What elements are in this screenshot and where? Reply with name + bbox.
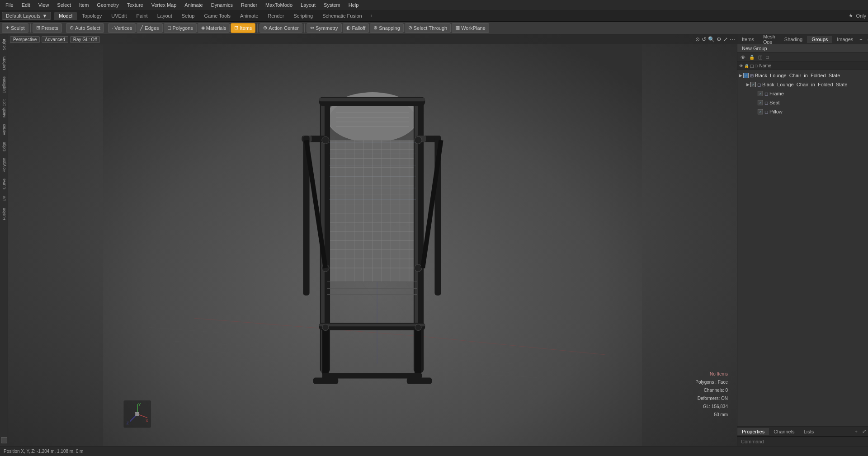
sculpt-button[interactable]: ✦ Sculpt (2, 23, 28, 33)
action-center-button[interactable]: ⊕ Action Center (259, 23, 302, 33)
tab-groups[interactable]: Groups (807, 36, 832, 43)
tree-ctrl-lock-icon[interactable]: 🔒 (748, 54, 756, 60)
snapping-button[interactable]: ⊛ Snapping (370, 23, 404, 33)
viewport-dots-icon[interactable]: ⋯ (730, 36, 735, 42)
viewport-search-icon[interactable]: 🔍 (708, 36, 715, 42)
command-input[interactable] (741, 439, 864, 444)
tree-ctrl-eye-icon[interactable]: 👁 (739, 54, 747, 61)
polygons-button[interactable]: ◻ Polygons (164, 23, 197, 33)
tab-model[interactable]: Model (54, 12, 77, 20)
menubar: File Edit View Select Item Geometry Text… (0, 0, 868, 10)
tree-check-seat[interactable]: ✓ (758, 100, 763, 105)
polygons-icon: ◻ (167, 25, 171, 31)
sidebar-tab-polygon[interactable]: Polygon (1, 155, 7, 175)
tab-items[interactable]: Items (737, 36, 759, 43)
tree-ctrl-layer-icon[interactable]: ◫ (757, 54, 764, 60)
menu-animate[interactable]: Animate (181, 1, 206, 9)
viewport-camera-icon[interactable]: ⊙ (695, 36, 700, 42)
materials-button[interactable]: ◈ Materials (198, 23, 230, 33)
tab-add[interactable]: + (367, 12, 375, 20)
svg-rect-90 (136, 412, 139, 416)
menu-help[interactable]: Help (345, 1, 363, 9)
menu-edit[interactable]: Edit (18, 1, 34, 9)
new-group-button[interactable]: New Group (737, 44, 868, 53)
tab-animate[interactable]: Animate (236, 12, 263, 20)
select-through-button[interactable]: ⊘ Select Through (405, 23, 451, 33)
tree-item-subgroup[interactable]: ▶ ✓ ◻ Black_Lounge_Chair_in_Folded_State (737, 80, 868, 89)
tab-render[interactable]: Render (263, 12, 288, 20)
tab-paint[interactable]: Paint (132, 12, 152, 20)
layout-dropdown[interactable]: Default Layouts ▼ (2, 12, 51, 20)
tree-check-frame[interactable]: ✓ (758, 91, 763, 96)
ray-gl-button[interactable]: Ray GL: Off (70, 36, 100, 43)
right-tab-add-icon[interactable]: + (858, 36, 864, 43)
sidebar-tab-edge[interactable]: Edge (1, 139, 7, 154)
svg-text:Z: Z (126, 421, 129, 425)
tab-scripting[interactable]: Scripting (289, 12, 317, 20)
falloff-button[interactable]: ◐ Falloff (343, 23, 369, 33)
tab-images[interactable]: Images (832, 36, 858, 43)
tree-item-frame[interactable]: ▶ ✓ ◻ Frame (737, 89, 868, 98)
auto-select-button[interactable]: ⊙ Auto Select (66, 23, 104, 33)
sidebar-tab-deform[interactable]: Deform (1, 54, 7, 73)
tab-uvedit[interactable]: UVEdit (107, 12, 131, 20)
sidebar-tab-vertex[interactable]: Vertex (1, 121, 7, 138)
viewport[interactable]: Perspective Advanced Ray GL: Off ⊙ ↺ 🔍 ⚙… (8, 34, 737, 446)
tree-ctrl-square-icon[interactable]: □ (764, 54, 770, 60)
menu-system[interactable]: System (320, 1, 344, 9)
menu-texture[interactable]: Texture (123, 1, 147, 9)
tree-check-root[interactable]: ✓ (743, 73, 749, 78)
menu-vertex-map[interactable]: Vertex Map (148, 1, 180, 9)
items-button[interactable]: ⊡ Items (231, 23, 255, 33)
tab-shading[interactable]: Shading (780, 36, 807, 43)
menu-render[interactable]: Render (237, 1, 261, 9)
bottom-tab-expand-icon[interactable]: ⤢ (860, 428, 868, 435)
tree-item-pillow[interactable]: ▶ ✓ ◻ Pillow (737, 107, 868, 116)
presets-button[interactable]: ⊞ Presets (33, 23, 62, 33)
sidebar-tab-sculpt[interactable]: Sculpt (1, 36, 7, 53)
menu-maxtomodo[interactable]: MaxToModo (262, 1, 296, 9)
vertices-button[interactable]: · Vertices (108, 23, 136, 33)
symmetry-button[interactable]: ⇔ Symmetry (307, 23, 342, 33)
tab-setup[interactable]: Setup (177, 12, 199, 20)
menu-geometry[interactable]: Geometry (93, 1, 122, 9)
bottom-tab-add-icon[interactable]: + (853, 428, 859, 435)
tree-eye-col-icon: 👁 (739, 64, 743, 68)
star-icon[interactable]: ★ (849, 13, 853, 19)
viewport-refresh-icon[interactable]: ↺ (702, 36, 706, 42)
sidebar-small-btn[interactable] (1, 437, 7, 443)
tree-check-subgroup[interactable]: ✓ (750, 82, 756, 87)
menu-file[interactable]: File (2, 1, 17, 9)
viewport-expand-icon[interactable]: ⤢ (723, 36, 728, 42)
tab-lists[interactable]: Lists (799, 428, 819, 435)
tab-schematic-fusion[interactable]: Schematic Fusion (318, 12, 366, 20)
tab-game-tools[interactable]: Game Tools (199, 12, 235, 20)
perspective-button[interactable]: Perspective (10, 36, 40, 43)
right-tab-expand-icon[interactable]: ⤢ (865, 35, 868, 43)
tree-item-seat[interactable]: ▶ ✓ ◻ Seat (737, 98, 868, 107)
menu-view[interactable]: View (35, 1, 53, 9)
menu-select[interactable]: Select (53, 1, 75, 9)
menu-layout[interactable]: Layout (297, 1, 319, 9)
menu-item[interactable]: Item (75, 1, 92, 9)
sidebar-tab-mesh-edit[interactable]: Mesh Edit (1, 97, 7, 120)
workplane-button[interactable]: ▦ WorkPlane (452, 23, 489, 33)
tab-mesh-ops[interactable]: Mesh Ops (759, 33, 780, 46)
sidebar-tab-uv[interactable]: UV (1, 193, 7, 204)
viewport-content[interactable]: Y X Z No Items Polygons : Face Channels:… (8, 44, 737, 446)
tab-layout[interactable]: Layout (153, 12, 177, 20)
tab-topology[interactable]: Topology (77, 12, 106, 20)
advanced-button[interactable]: Advanced (42, 36, 68, 43)
tree-check-pillow[interactable]: ✓ (758, 109, 763, 114)
sidebar-tab-fusion[interactable]: Fusion (1, 205, 7, 223)
sidebar-tab-curve[interactable]: Curve (1, 176, 7, 192)
tab-channels[interactable]: Channels (769, 428, 799, 435)
tree-item-seat-label: Seat (769, 100, 780, 105)
tree-item-root[interactable]: ▶ ✓ ⊞ Black_Lounge_Chair_in_Folded_State (737, 71, 868, 80)
sidebar-tab-duplicate[interactable]: Duplicate (1, 74, 7, 96)
edges-button[interactable]: ╱ Edges (137, 23, 162, 33)
menu-dynamics[interactable]: Dynamics (208, 1, 236, 9)
viewport-settings-icon[interactable]: ⚙ (717, 36, 722, 42)
tab-properties[interactable]: Properties (737, 428, 769, 435)
svg-text:X: X (146, 418, 148, 423)
